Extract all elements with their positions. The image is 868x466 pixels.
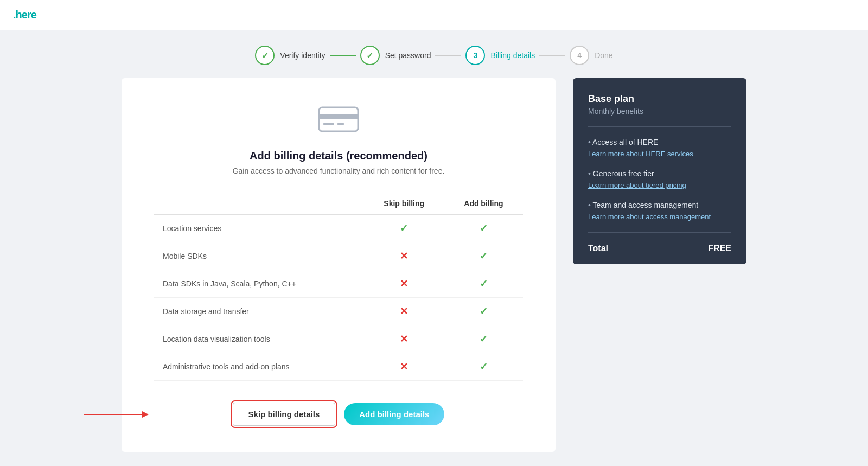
add-check-1: ✓ bbox=[444, 242, 523, 270]
step-label-done: Done bbox=[595, 51, 612, 60]
total-value: FREE bbox=[708, 244, 731, 253]
feature-name: Data SDKs in Java, Scala, Python, C++ bbox=[154, 270, 364, 298]
svg-rect-1 bbox=[319, 114, 358, 119]
benefit-title-2: Team and access management bbox=[588, 201, 731, 209]
x-icon: ✕ bbox=[400, 251, 408, 261]
sidebar-title: Base plan bbox=[588, 93, 731, 105]
skip-check-0: ✓ bbox=[364, 215, 444, 242]
benefit-title-1: Generous free tier bbox=[588, 169, 731, 178]
main-layout: Add billing details (recommended) Gain a… bbox=[108, 78, 760, 452]
step-number-billing: 3 bbox=[474, 51, 478, 60]
credit-card-icon bbox=[317, 104, 360, 135]
feature-name: Location data visualization tools bbox=[154, 325, 364, 353]
x-icon: ✕ bbox=[400, 361, 408, 372]
add-check-2: ✓ bbox=[444, 270, 523, 298]
sidebar-subtitle: Monthly benefits bbox=[588, 107, 731, 116]
step-billing: 3 Billing details bbox=[465, 46, 535, 65]
buttons-area: Skip billing details Add billing details bbox=[154, 403, 523, 426]
x-icon: ✕ bbox=[400, 334, 408, 344]
add-check-0: ✓ bbox=[444, 215, 523, 242]
comparison-table: Skip billing Add billing Location servic… bbox=[154, 195, 523, 381]
step-verify: ✓ Verify identity bbox=[255, 46, 325, 65]
connector-2 bbox=[435, 55, 461, 56]
col-header-skip: Skip billing bbox=[364, 195, 444, 215]
skip-check-3: ✕ bbox=[364, 298, 444, 325]
add-check-5: ✓ bbox=[444, 353, 523, 381]
step-label-verify: Verify identity bbox=[280, 51, 325, 60]
content-subtitle: Gain access to advanced functionality an… bbox=[154, 167, 523, 175]
check-icon: ✓ bbox=[480, 251, 488, 261]
step-circle-verify: ✓ bbox=[255, 46, 275, 65]
header: .here bbox=[0, 0, 868, 30]
x-icon: ✕ bbox=[400, 278, 408, 289]
table-row: Data SDKs in Java, Scala, Python, C++ ✕ … bbox=[154, 270, 523, 298]
feature-name: Mobile SDKs bbox=[154, 242, 364, 270]
connector-3 bbox=[539, 55, 565, 56]
x-icon: ✕ bbox=[400, 306, 408, 317]
content-card: Add billing details (recommended) Gain a… bbox=[122, 78, 556, 452]
step-number-done: 4 bbox=[577, 51, 582, 60]
benefit-title-0: Access all of HERE bbox=[588, 138, 731, 146]
table-row: Data storage and transfer ✕ ✓ bbox=[154, 298, 523, 325]
step-label-password: Set password bbox=[385, 51, 431, 60]
feature-name: Data storage and transfer bbox=[154, 298, 364, 325]
step-label-billing: Billing details bbox=[490, 51, 535, 60]
stepper: ✓ Verify identity ✓ Set password 3 Billi… bbox=[255, 46, 612, 65]
svg-rect-2 bbox=[323, 123, 334, 125]
sidebar-panel: Base plan Monthly benefits Access all of… bbox=[573, 78, 746, 264]
add-check-3: ✓ bbox=[444, 298, 523, 325]
check-icon: ✓ bbox=[480, 278, 488, 289]
billing-icon-wrapper bbox=[154, 104, 523, 135]
skip-check-4: ✕ bbox=[364, 325, 444, 353]
check-icon: ✓ bbox=[480, 306, 488, 317]
check-icon: ✓ bbox=[480, 361, 488, 372]
benefit-link-2[interactable]: Learn more about access management bbox=[588, 213, 711, 221]
feature-name: Administrative tools and add-on plans bbox=[154, 353, 364, 381]
step-circle-done: 4 bbox=[570, 46, 589, 65]
skip-check-5: ✕ bbox=[364, 353, 444, 381]
step-circle-billing: 3 bbox=[465, 46, 485, 65]
sidebar-divider bbox=[588, 126, 731, 127]
benefit-item-0: Access all of HERE Learn more about HERE… bbox=[588, 138, 731, 158]
col-header-feature bbox=[154, 195, 364, 215]
content-title: Add billing details (recommended) bbox=[154, 150, 523, 162]
sidebar-total-row: Total FREE bbox=[588, 232, 731, 264]
total-label: Total bbox=[588, 244, 608, 253]
step-done: 4 Done bbox=[570, 46, 612, 65]
logo-text: .here bbox=[13, 9, 36, 21]
logo: .here bbox=[13, 9, 36, 21]
step-circle-password: ✓ bbox=[360, 46, 380, 65]
check-icon-password: ✓ bbox=[366, 50, 373, 61]
skip-check-2: ✕ bbox=[364, 270, 444, 298]
add-check-4: ✓ bbox=[444, 325, 523, 353]
table-row: Location data visualization tools ✕ ✓ bbox=[154, 325, 523, 353]
table-row: Mobile SDKs ✕ ✓ bbox=[154, 242, 523, 270]
benefit-item-2: Team and access management Learn more ab… bbox=[588, 201, 731, 221]
add-billing-button[interactable]: Add billing details bbox=[344, 403, 444, 425]
table-row: Administrative tools and add-on plans ✕ … bbox=[154, 353, 523, 381]
col-header-add: Add billing bbox=[444, 195, 523, 215]
benefits-list: Access all of HERE Learn more about HERE… bbox=[588, 138, 731, 221]
check-icon: ✓ bbox=[480, 334, 488, 344]
check-icon: ✓ bbox=[480, 223, 488, 234]
step-password: ✓ Set password bbox=[360, 46, 431, 65]
check-icon: ✓ bbox=[400, 223, 408, 234]
feature-name: Location services bbox=[154, 215, 364, 242]
svg-marker-5 bbox=[142, 411, 149, 418]
skip-check-1: ✕ bbox=[364, 242, 444, 270]
benefit-link-0[interactable]: Learn more about HERE services bbox=[588, 150, 693, 158]
stepper-container: ✓ Verify identity ✓ Set password 3 Billi… bbox=[0, 30, 868, 78]
svg-rect-3 bbox=[337, 123, 344, 125]
benefit-link-1[interactable]: Learn more about tiered pricing bbox=[588, 181, 686, 189]
skip-billing-button[interactable]: Skip billing details bbox=[233, 403, 336, 426]
table-row: Location services ✓ ✓ bbox=[154, 215, 523, 242]
arrow-annotation bbox=[78, 404, 149, 425]
connector-1 bbox=[330, 55, 356, 56]
benefit-item-1: Generous free tier Learn more about tier… bbox=[588, 169, 731, 190]
check-icon-verify: ✓ bbox=[261, 50, 269, 61]
